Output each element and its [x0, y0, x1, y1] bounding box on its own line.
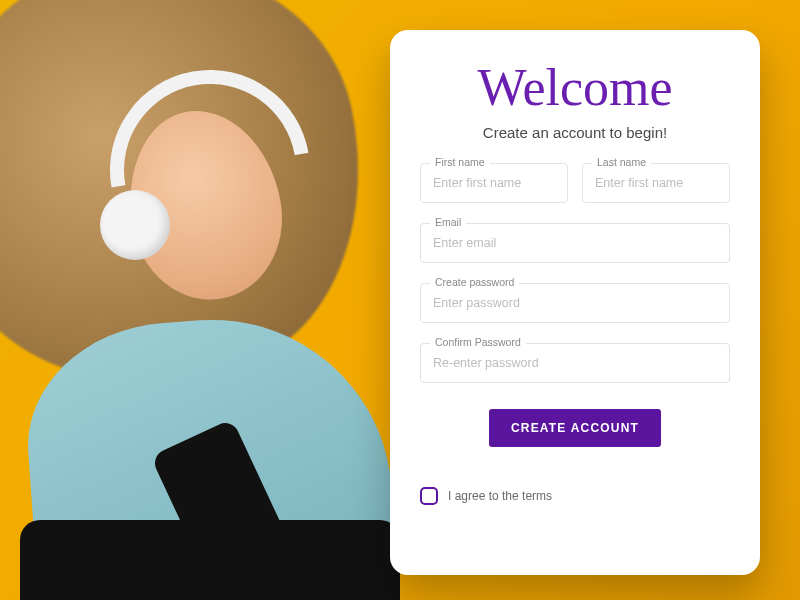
- email-field-wrap: Email: [420, 223, 730, 263]
- confirm-password-field-wrap: Confirm Password: [420, 343, 730, 383]
- confirm-password-label: Confirm Password: [430, 336, 526, 348]
- first-name-label: First name: [430, 156, 490, 168]
- first-name-field[interactable]: [420, 163, 568, 203]
- last-name-field[interactable]: [582, 163, 730, 203]
- confirm-password-field[interactable]: [420, 343, 730, 383]
- password-field-wrap: Create password: [420, 283, 730, 323]
- terms-row: I agree to the terms: [420, 487, 730, 505]
- page-title: Welcome: [477, 62, 672, 114]
- password-field[interactable]: [420, 283, 730, 323]
- first-name-field-wrap: First name: [420, 163, 568, 203]
- background-photo: Welcome Create an account to begin! Firs…: [0, 0, 800, 600]
- page-subtitle: Create an account to begin!: [483, 124, 667, 141]
- signup-form: First name Last name Email Create passwo…: [420, 163, 730, 505]
- email-label: Email: [430, 216, 466, 228]
- last-name-label: Last name: [592, 156, 651, 168]
- email-field[interactable]: [420, 223, 730, 263]
- create-account-button[interactable]: CREATE ACCOUNT: [489, 409, 661, 447]
- last-name-field-wrap: Last name: [582, 163, 730, 203]
- signup-card: Welcome Create an account to begin! Firs…: [390, 30, 760, 575]
- terms-checkbox[interactable]: [420, 487, 438, 505]
- password-label: Create password: [430, 276, 519, 288]
- terms-label: I agree to the terms: [448, 489, 552, 503]
